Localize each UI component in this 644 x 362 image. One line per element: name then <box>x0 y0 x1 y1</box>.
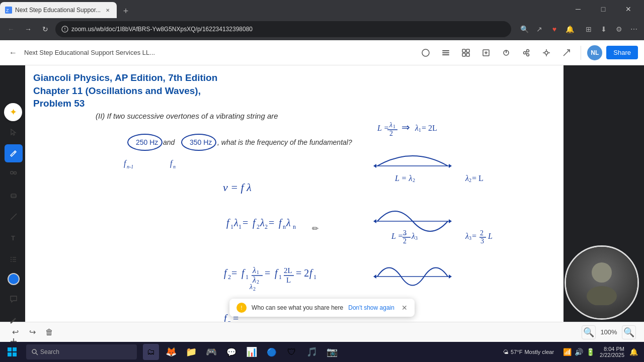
svg-point-141 <box>587 286 617 305</box>
zoom-toolbar-btn-4[interactable] <box>478 45 494 61</box>
start-button[interactable] <box>0 342 24 362</box>
date-display: 2/22/2025 <box>600 352 624 358</box>
zoom-toolbar-btn-1[interactable] <box>418 45 434 61</box>
sparkle-button[interactable]: ✦ <box>4 103 22 121</box>
svg-text:1: 1 <box>393 124 395 129</box>
share-button[interactable]: Share <box>606 46 638 59</box>
redo-button[interactable]: ↪ <box>25 325 39 339</box>
svg-point-18 <box>524 51 526 54</box>
share-page-icon[interactable]: ↗ <box>533 23 545 35</box>
zoom-toolbar-btn-2[interactable] <box>438 45 454 61</box>
zoom-toolbar-btn-3[interactable] <box>458 45 474 61</box>
svg-text:2: 2 <box>253 286 256 292</box>
svg-rect-8 <box>442 54 449 55</box>
taskbar-icon-4[interactable]: 🎮 <box>203 344 219 360</box>
notification-text: Who can see what you share here <box>252 304 343 311</box>
svg-text:f: f <box>253 217 257 229</box>
svg-marker-121 <box>373 219 376 223</box>
settings-icon[interactable]: ⚙ <box>613 23 625 35</box>
taskbar-icon-7[interactable]: 🔵 <box>264 344 280 360</box>
address-bar: ← → ↻ zoom.us/wb/doc/1I8bVAfBRS-Yw8G5NXp… <box>0 18 644 40</box>
notification-link[interactable]: Don't show again <box>348 304 394 311</box>
svg-text:L =: L = <box>377 124 389 132</box>
color-picker[interactable] <box>8 273 20 285</box>
svg-text:2: 2 <box>413 177 415 183</box>
svg-rect-10 <box>466 49 469 52</box>
alert-icon[interactable]: 🔔 <box>564 23 576 35</box>
svg-text:1: 1 <box>238 223 242 230</box>
taskbar-icon-2[interactable]: 🦊 <box>163 344 179 360</box>
user-avatar[interactable]: NL <box>587 45 602 60</box>
shapes-tool[interactable] <box>5 165 23 184</box>
zoom-back-button[interactable]: ← <box>6 46 20 60</box>
sidebar-icon[interactable]: ⊞ <box>583 23 595 35</box>
network-icon[interactable]: 📶 <box>563 348 572 356</box>
svg-text:2: 2 <box>257 223 260 230</box>
zoom-toolbar-btn-7[interactable] <box>538 45 554 61</box>
svg-text:=: = <box>265 267 270 279</box>
svg-text:λ: λ <box>260 217 265 228</box>
battery-icon[interactable]: 🔋 <box>586 348 595 356</box>
bookmark-icon[interactable]: ♥ <box>548 23 560 35</box>
extensions-icon[interactable]: ⋯ <box>628 23 640 35</box>
notification-bell[interactable]: 🔔 <box>629 348 638 356</box>
zoom-document-title: Next Step Educational Support Services L… <box>24 49 414 56</box>
eraser-tool[interactable] <box>5 187 23 205</box>
maximize-button[interactable]: □ <box>592 0 615 18</box>
taskbar-icon-3[interactable]: 📁 <box>183 344 199 360</box>
zoom-out-button[interactable]: 🔍 <box>582 325 596 339</box>
active-tab[interactable]: Z Next Step Educational Suppor... ✕ <box>0 2 117 18</box>
back-button[interactable]: ← <box>4 22 18 36</box>
tab-close-button[interactable]: ✕ <box>104 6 112 14</box>
search-icon[interactable]: 🔍 <box>518 23 530 35</box>
new-tab-button[interactable]: + <box>119 4 133 18</box>
taskbar-icon-5[interactable]: 💬 <box>223 344 239 360</box>
svg-rect-30 <box>11 171 13 174</box>
close-button[interactable]: ✕ <box>617 0 640 18</box>
svg-text:=: = <box>269 217 274 228</box>
volume-icon[interactable]: 🔊 <box>575 348 583 356</box>
svg-text:2: 2 <box>257 279 259 285</box>
zoom-toolbar-btn-6[interactable] <box>518 45 534 61</box>
svg-rect-9 <box>462 49 465 52</box>
svg-text:=: = <box>231 267 237 279</box>
taskbar-icon-10[interactable]: 📷 <box>324 344 340 360</box>
refresh-button[interactable]: ↻ <box>38 22 52 36</box>
text-tool[interactable]: T <box>5 229 23 247</box>
clock[interactable]: 8:04 PM 2/22/2025 <box>600 346 624 358</box>
tab-title: Next Step Educational Suppor... <box>15 7 101 14</box>
zoom-in-button[interactable]: 🔍 <box>622 325 636 339</box>
svg-text:1: 1 <box>419 127 421 133</box>
svg-point-23 <box>545 51 548 54</box>
list-tool[interactable] <box>5 250 23 268</box>
zoom-toolbar-btn-8[interactable] <box>558 45 575 61</box>
minimize-button[interactable]: ─ <box>567 0 590 18</box>
window-controls: ─ □ ✕ <box>567 0 644 18</box>
address-input[interactable]: zoom.us/wb/doc/1I8bVAfBRS-Yw8G5NXpsXQ/p/… <box>55 21 511 37</box>
zoom-toolbar-btn-5[interactable] <box>498 45 514 61</box>
notification-close-button[interactable]: ✕ <box>401 304 408 312</box>
download-icon[interactable]: ⬇ <box>598 23 610 35</box>
forward-button[interactable]: → <box>21 22 35 36</box>
taskbar-icon-1[interactable]: 🗂 <box>143 344 159 360</box>
svg-text:λ: λ <box>233 217 238 228</box>
svg-rect-144 <box>8 352 12 356</box>
taskbar-search-label: Search <box>40 348 59 355</box>
whiteboard-toolbar: T <box>2 123 25 362</box>
taskbar-icon-6[interactable]: 📊 <box>244 344 260 360</box>
svg-text:λ: λ <box>411 232 415 240</box>
svg-text:and: and <box>163 138 176 146</box>
svg-rect-143 <box>13 347 17 351</box>
taskbar-search[interactable]: Search <box>26 344 137 359</box>
cursor-tool[interactable] <box>5 123 23 141</box>
edit-tool[interactable] <box>5 311 23 329</box>
taskbar-icon-9[interactable]: 🎵 <box>304 344 320 360</box>
svg-text:2: 2 <box>480 229 484 237</box>
line-tool[interactable] <box>5 208 23 226</box>
comment-tool[interactable] <box>5 290 23 308</box>
svg-rect-145 <box>13 352 17 356</box>
pen-tool[interactable] <box>5 144 23 162</box>
delete-button[interactable]: 🗑 <box>42 325 56 339</box>
taskbar-icon-8[interactable]: 🛡 <box>284 344 300 360</box>
svg-text:L: L <box>488 232 493 240</box>
